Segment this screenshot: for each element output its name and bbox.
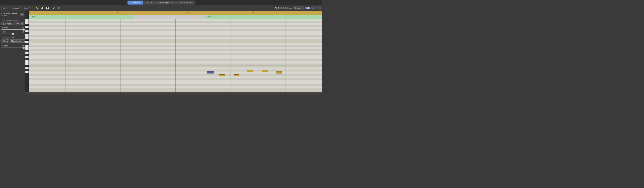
piano-black-key[interactable] [26, 50, 28, 51]
grid-row [29, 76, 322, 78]
scale-type-select[interactable]: Major (Ionian) Minor Dorian [10, 39, 26, 43]
pencil-tool-button[interactable]: ✏️ [34, 6, 39, 10]
grid-row [29, 63, 322, 65]
track-play-icon-2[interactable]: ▶ [206, 16, 207, 18]
grid-row [29, 39, 322, 41]
track-header-row: ▶ Toms ▶ Toms [29, 15, 322, 19]
left-panel: One Note selected in Toms ⊞ Time Quantiz… [0, 11, 26, 94]
strength-slider-track[interactable] [2, 29, 24, 30]
info-button[interactable]: ⊞ [20, 13, 24, 16]
grid-row [29, 51, 322, 53]
piano-roll-grid[interactable] [29, 19, 322, 92]
piano-black-key[interactable] [26, 43, 28, 45]
piano-white-key[interactable] [26, 56, 28, 58]
piano-white-key[interactable] [26, 51, 28, 54]
piano-white-key[interactable] [26, 62, 28, 65]
velocity-slider-track[interactable] [2, 47, 24, 48]
grid-row [29, 23, 322, 25]
piano-black-key[interactable] [26, 65, 28, 67]
piano-black-key[interactable] [26, 58, 28, 60]
swing-slider-track[interactable] [2, 33, 24, 34]
toolbar-right: A2 4 3 1 326 Snap: Smart 1/16 1/8 1/4 K-… [275, 6, 320, 10]
grid-row [29, 27, 322, 29]
velocity-value: 99 [22, 45, 24, 47]
grid-row [29, 90, 322, 92]
timeline-marker-42: 4 2 [117, 12, 119, 14]
edit-menu-button[interactable]: Edit ▼ [2, 6, 9, 9]
swing-row: Swing 50 [2, 31, 24, 34]
velocity-slider-thumb[interactable] [22, 47, 25, 49]
piano-white-key[interactable] [26, 36, 28, 39]
grid-row [29, 25, 322, 27]
timeline-marker-44: 4 4 [252, 12, 254, 14]
grid-row [29, 61, 322, 63]
link-button[interactable]: 🔗 [51, 6, 56, 10]
track-play-icon-1[interactable]: ▶ [30, 16, 31, 18]
piano-black-key[interactable] [26, 32, 28, 34]
tab-bar: Piano Roll Score Step Sequencer Smart Te… [0, 0, 322, 5]
time-quantize-label: Time Quantize (classic) [2, 19, 24, 21]
piano-white-key[interactable]: C1 [26, 71, 28, 73]
grid-row [29, 78, 322, 80]
quantize-select[interactable]: 1/16 Note 1/8 Note 1/4 Note [2, 22, 20, 25]
piano-white-key[interactable] [26, 21, 28, 24]
piano-black-key[interactable] [26, 24, 28, 25]
piano-black-key[interactable] [26, 54, 28, 56]
grid-row [29, 57, 322, 59]
piano-white-key[interactable] [26, 47, 28, 50]
functions-menu-button[interactable]: Functions ▼ [10, 6, 22, 9]
piano-white-key[interactable] [26, 34, 28, 36]
snap-label: Snap: [287, 7, 292, 9]
snap-select[interactable]: Smart 1/16 1/8 1/4 [294, 6, 304, 10]
piano-white-key[interactable] [26, 60, 28, 62]
velocity-row: Velocity 99 [2, 45, 24, 48]
tab-score[interactable]: Score [143, 0, 155, 4]
arrows-button[interactable]: ↔ [316, 6, 320, 10]
piano-white-key[interactable] [26, 25, 28, 28]
time-quantize-row: 1/16 Note 1/8 Note 1/4 Note Q [2, 22, 24, 25]
record-button[interactable]: ⏺ [40, 6, 44, 10]
strength-row: Strength 100 [2, 26, 24, 30]
strength-slider-fill [2, 29, 24, 30]
view-arrow-icon: ▼ [29, 7, 30, 9]
lock-button[interactable]: 🔒 [312, 6, 316, 10]
scale-off-select[interactable]: Off On [2, 39, 9, 43]
piano-keys-column: C3C2C1 [26, 11, 29, 92]
grid-row [29, 43, 322, 45]
selection-sub-text: in Toms [2, 14, 18, 16]
quantize-q-button[interactable]: Q [20, 22, 24, 25]
grid-row [29, 19, 322, 21]
strength-slider-thumb[interactable] [23, 28, 25, 31]
swing-label: Swing [2, 31, 6, 33]
grid-row [29, 29, 322, 31]
edit-arrow-icon: ▼ [6, 7, 8, 9]
piano-white-key[interactable]: C2 [26, 45, 28, 47]
swing-slider-thumb[interactable] [12, 33, 14, 35]
piano-white-key[interactable] [26, 67, 28, 69]
grid-row [29, 49, 322, 51]
grid-row [29, 31, 322, 33]
grid-row [29, 33, 322, 35]
piano-white-key[interactable]: C3 [26, 19, 28, 21]
piano-black-key[interactable] [26, 39, 28, 41]
tab-piano-roll[interactable]: Piano Roll [128, 0, 143, 4]
grid-row [29, 41, 322, 43]
grid-row [29, 35, 322, 37]
view-menu-button[interactable]: View ▼ [23, 6, 32, 9]
tab-smart-tempo[interactable]: Smart Tempo [176, 0, 194, 4]
grid-row [29, 86, 322, 88]
grid-row [29, 88, 322, 90]
selection-info: One Note selected in Toms ⊞ [2, 12, 24, 16]
midi-button[interactable]: 🎹 [45, 6, 50, 10]
track-regions: ▶ Toms ▶ Toms [29, 15, 322, 19]
grid-row [29, 55, 322, 57]
piano-black-key[interactable] [26, 69, 28, 71]
piano-white-key[interactable] [26, 41, 28, 43]
piano-white-key[interactable] [26, 30, 28, 32]
tab-step-sequencer[interactable]: Step Sequencer [155, 0, 176, 4]
piano-black-key[interactable] [26, 28, 28, 30]
scissors-button[interactable]: ✂️ [56, 6, 61, 10]
grid-row [29, 47, 322, 49]
horizontal-scrollbar[interactable] [26, 92, 322, 94]
piano-track-spacer [26, 15, 28, 19]
